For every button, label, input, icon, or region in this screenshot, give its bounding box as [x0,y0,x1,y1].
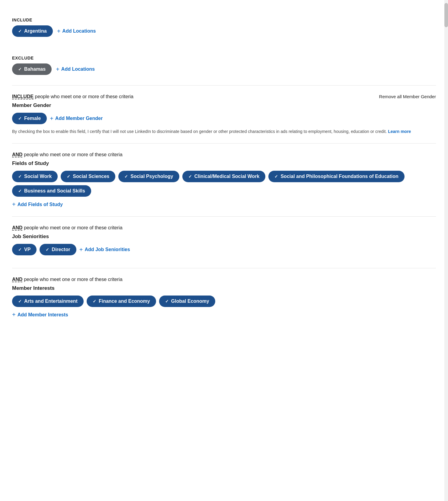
member-interests-sublabel: Member Interests [12,285,436,291]
check-icon: ✓ [18,29,22,34]
job-seniorities-criteria-suffix: people who meet one or more of these cri… [24,225,122,230]
add-job-seniorities-button[interactable]: + Add Job Seniorities [79,244,130,255]
director-chip-label: Director [52,247,70,252]
finance-economy-chip[interactable]: ✓ Finance and Economy [87,296,156,307]
finance-economy-chip-label: Finance and Economy [99,299,150,304]
remove-member-gender-link[interactable]: Remove all Member Gender [379,94,436,99]
fields-of-study-sublabel: Fields of Study [12,160,436,166]
add-locations-exclude-label: Add Locations [61,66,95,72]
disclaimer-text: By checking the box to enable this field… [12,129,387,134]
global-economy-chip[interactable]: ✓ Global Economy [159,296,215,307]
check-icon: ✓ [124,174,128,179]
member-interests-chips: ✓ Arts and Entertainment ✓ Finance and E… [12,296,436,307]
female-chip-label: Female [24,116,41,121]
fields-of-study-section: AND people who meet one or more of these… [12,144,436,216]
job-seniorities-header: AND people who meet one or more of these… [12,225,436,231]
vp-chip-label: VP [24,247,30,252]
clinical-social-work-chip[interactable]: ✓ Clinical/Medical Social Work [182,171,266,182]
check-icon: ✓ [18,247,22,252]
add-locations-include-label: Add Locations [62,28,96,34]
argentina-chip-label: Argentina [24,28,47,34]
plus-icon: + [56,66,59,73]
include-row: ✓ Argentina + Add Locations [12,25,436,37]
check-icon: ✓ [18,174,22,179]
member-interests-criteria-suffix: people who meet one or more of these cri… [24,277,122,282]
check-icon: ✓ [18,299,22,304]
add-locations-exclude-button[interactable]: + Add Locations [56,66,95,73]
social-sciences-chip-label: Social Sciences [73,174,109,179]
member-interests-section: AND people who meet one or more of these… [12,268,436,327]
exclude-section: EXCLUDE ✓ Bahamas + Add Locations [12,47,436,85]
clinical-social-work-chip-label: Clinical/Medical Social Work [194,174,260,179]
bahamas-chip-label: Bahamas [24,66,46,72]
check-icon: ✓ [67,174,70,179]
check-icon: ✓ [93,299,96,304]
social-psychology-chip[interactable]: ✓ Social Psychology [118,171,179,182]
exclude-row: ✓ Bahamas + Add Locations [12,63,436,75]
social-psychology-chip-label: Social Psychology [130,174,173,179]
and-keyword-1: AND [12,152,23,157]
add-locations-include-button[interactable]: + Add Locations [57,28,96,35]
fields-of-study-criteria: AND people who meet one or more of these… [12,152,123,157]
social-philosophical-chip-label: Social and Philosophical Foundations of … [280,174,398,179]
member-interests-header: AND people who meet one or more of these… [12,277,436,282]
gender-disclaimer: By checking the box to enable this field… [12,128,436,135]
and-keyword-2: AND [12,225,23,230]
member-gender-criteria-suffix: people who meet one or more of these cri… [35,94,133,99]
scrollbar-track [444,0,448,501]
add-member-gender-label: Add Member Gender [55,116,103,121]
female-chip[interactable]: ✓ Female [12,113,47,124]
arts-entertainment-chip-label: Arts and Entertainment [24,299,78,304]
job-seniorities-section: AND people who meet one or more of these… [12,217,436,268]
business-social-skills-chip-label: Business and Social Skills [24,188,85,194]
plus-icon: + [12,311,16,318]
check-icon: ✓ [274,174,278,179]
director-chip[interactable]: ✓ Director [40,244,76,255]
member-gender-criteria: INCLUDE people who meet one or more of t… [12,94,133,99]
page-container: INCLUDE ✓ Argentina + Add Locations EXCL… [0,0,448,336]
include-keyword: INCLUDE [12,94,34,99]
member-gender-sublabel: Member Gender [12,102,436,108]
fields-criteria-suffix: people who meet one or more of these cri… [24,152,122,157]
add-member-interests-button[interactable]: + Add Member Interests [12,311,68,318]
member-gender-header: INCLUDE people who meet one or more of t… [12,94,436,99]
add-fields-of-study-button[interactable]: + Add Fields of Study [12,201,63,208]
argentina-chip[interactable]: ✓ Argentina [12,25,53,37]
bahamas-chip[interactable]: ✓ Bahamas [12,63,52,75]
add-member-gender-button[interactable]: + Add Member Gender [50,113,103,124]
fields-of-study-chips: ✓ Social Work ✓ Social Sciences ✓ Social… [12,171,436,197]
exclude-label: EXCLUDE [12,56,436,60]
job-seniorities-chips: ✓ VP ✓ Director + Add Job Seniorities [12,244,436,255]
business-social-skills-chip[interactable]: ✓ Business and Social Skills [12,185,91,197]
member-gender-section: INCLUDE people who meet one or more of t… [12,86,436,143]
member-gender-chips: ✓ Female + Add Member Gender [12,113,436,124]
check-icon: ✓ [46,247,49,252]
plus-icon: + [57,28,61,35]
social-philosophical-chip[interactable]: ✓ Social and Philosophical Foundations o… [268,171,404,182]
include-label: INCLUDE [12,18,436,22]
include-section: INCLUDE ✓ Argentina + Add Locations [12,9,436,47]
add-job-seniorities-label: Add Job Seniorities [85,247,130,252]
check-icon: ✓ [18,116,22,121]
check-icon: ✓ [165,299,169,304]
social-work-chip-label: Social Work [24,174,52,179]
fields-of-study-header: AND people who meet one or more of these… [12,152,436,157]
job-seniorities-sublabel: Job Seniorities [12,234,436,240]
plus-icon: + [12,201,16,208]
global-economy-chip-label: Global Economy [171,299,209,304]
check-icon: ✓ [188,174,192,179]
scrollbar-thumb[interactable] [444,3,448,27]
social-sciences-chip[interactable]: ✓ Social Sciences [61,171,115,182]
add-member-interests-label: Add Member Interests [18,312,68,318]
plus-icon: + [50,115,53,122]
check-icon: ✓ [18,189,22,193]
social-work-chip[interactable]: ✓ Social Work [12,171,58,182]
add-fields-of-study-label: Add Fields of Study [18,202,63,207]
member-interests-criteria: AND people who meet one or more of these… [12,277,123,282]
and-keyword-3: AND [12,277,23,282]
learn-more-link[interactable]: Learn more [388,129,411,134]
plus-icon: + [79,246,83,253]
arts-entertainment-chip[interactable]: ✓ Arts and Entertainment [12,296,84,307]
vp-chip[interactable]: ✓ VP [12,244,37,255]
job-seniorities-criteria: AND people who meet one or more of these… [12,225,123,231]
